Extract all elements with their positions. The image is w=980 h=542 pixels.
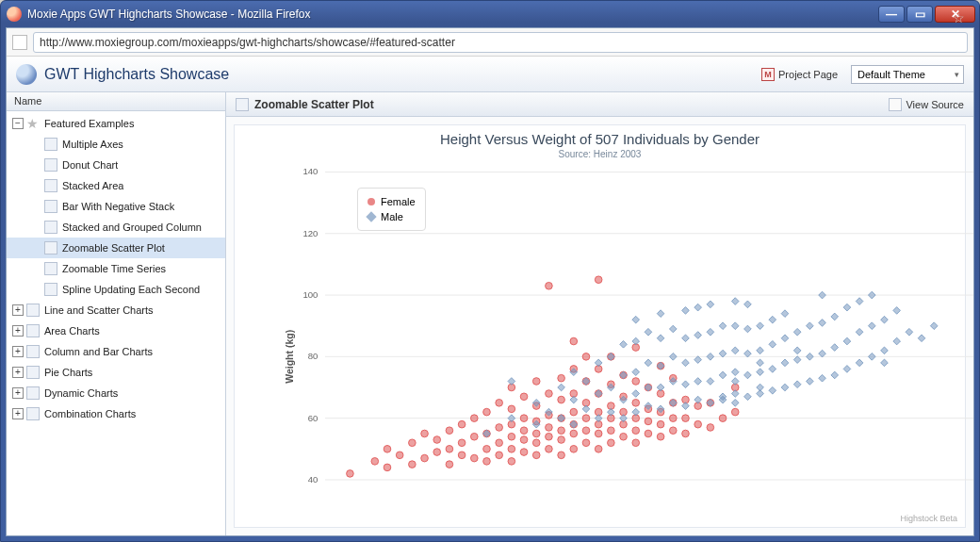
svg-point-79 bbox=[558, 452, 565, 459]
tree-node-area-charts[interactable]: +Area Charts bbox=[7, 320, 225, 341]
window-title: Moxie Apps GWT Highcharts Showcase - Moz… bbox=[27, 8, 878, 21]
svg-point-123 bbox=[645, 418, 652, 425]
tree-node-negative-bar[interactable]: Bar With Negative Stack bbox=[7, 196, 225, 217]
app-title: GWT Highcharts Showcase bbox=[44, 66, 761, 83]
svg-point-56 bbox=[508, 458, 515, 466]
svg-point-29 bbox=[371, 458, 379, 466]
svg-text:40: 40 bbox=[308, 474, 318, 485]
svg-point-36 bbox=[421, 430, 429, 437]
expand-icon[interactable]: + bbox=[12, 387, 24, 399]
tree-node-spline-updating[interactable]: Spline Updating Each Second bbox=[7, 279, 225, 300]
svg-point-117 bbox=[632, 427, 640, 435]
window-titlebar[interactable]: Moxie Apps GWT Highcharts Showcase - Moz… bbox=[1, 1, 979, 27]
browser-client: ☆ GWT Highcharts Showcase M Project Page… bbox=[6, 27, 974, 536]
tree-node-multiple-axes[interactable]: Multiple Axes bbox=[7, 134, 225, 155]
project-page-icon: M bbox=[761, 68, 775, 81]
svg-point-119 bbox=[632, 400, 640, 407]
svg-point-35 bbox=[421, 454, 429, 462]
expand-icon[interactable]: + bbox=[12, 346, 24, 357]
minimize-button[interactable]: — bbox=[878, 6, 905, 23]
svg-point-138 bbox=[694, 420, 702, 428]
svg-point-86 bbox=[570, 430, 578, 437]
tree-node-zoomable-time[interactable]: Zoomable Time Series bbox=[7, 258, 225, 279]
svg-point-39 bbox=[446, 461, 453, 468]
chart-legend[interactable]: Female Male bbox=[357, 188, 426, 231]
svg-point-34 bbox=[409, 439, 416, 447]
theme-select-value: Default Theme bbox=[858, 69, 925, 80]
bookmark-star-icon[interactable]: ☆ bbox=[953, 10, 965, 25]
legend-item-female[interactable]: Female bbox=[368, 194, 416, 209]
cat-icon bbox=[26, 407, 40, 420]
tree-node-stacked-column[interactable]: Stacked and Grouped Column bbox=[7, 217, 225, 238]
chart-icon bbox=[44, 241, 57, 255]
svg-point-32 bbox=[396, 452, 403, 459]
source-icon bbox=[889, 98, 902, 111]
svg-point-49 bbox=[483, 445, 491, 452]
tree-node-column-bar[interactable]: +Column and Bar Charts bbox=[7, 341, 225, 362]
svg-point-66 bbox=[520, 393, 528, 401]
svg-point-84 bbox=[558, 374, 565, 382]
svg-point-126 bbox=[657, 433, 664, 440]
example-tree[interactable]: − ★ Featured Examples Multiple Axes Donu… bbox=[7, 111, 225, 535]
svg-point-98 bbox=[595, 445, 602, 452]
svg-point-111 bbox=[620, 433, 628, 440]
panel-header: Zoomable Scatter Plot View Source bbox=[226, 92, 973, 117]
chart-title: Height Versus Weight of 507 Individuals … bbox=[235, 131, 965, 147]
theme-select[interactable]: Default Theme ▾ bbox=[851, 65, 964, 84]
svg-point-85 bbox=[570, 445, 578, 452]
svg-point-94 bbox=[582, 415, 590, 422]
tree-node-line-scatter[interactable]: +Line and Scatter Charts bbox=[7, 300, 225, 320]
svg-point-60 bbox=[508, 405, 515, 413]
legend-marker-diamond-icon bbox=[366, 211, 376, 222]
svg-point-131 bbox=[669, 427, 677, 435]
svg-point-92 bbox=[582, 439, 590, 447]
svg-point-120 bbox=[632, 378, 640, 386]
tree-node-combination-charts[interactable]: +Combination Charts bbox=[7, 403, 225, 424]
svg-point-104 bbox=[595, 276, 602, 284]
svg-point-99 bbox=[595, 430, 602, 437]
svg-point-93 bbox=[582, 427, 590, 435]
expand-icon[interactable]: + bbox=[12, 408, 24, 419]
svg-point-38 bbox=[433, 436, 441, 444]
svg-point-74 bbox=[546, 433, 553, 440]
svg-point-140 bbox=[707, 424, 714, 432]
workspace: Name − ★ Featured Examples Multiple Axes… bbox=[7, 92, 973, 535]
tree-node-stacked-area[interactable]: Stacked Area bbox=[7, 175, 225, 196]
svg-text:120: 120 bbox=[302, 228, 318, 238]
url-input[interactable] bbox=[33, 32, 968, 53]
chart-icon bbox=[44, 138, 57, 151]
svg-point-41 bbox=[446, 427, 453, 435]
project-page-link[interactable]: Project Page bbox=[778, 69, 838, 80]
expand-icon[interactable]: + bbox=[12, 304, 24, 316]
legend-marker-circle-icon bbox=[368, 198, 375, 205]
tree-node-zoomable-scatter[interactable]: Zoomable Scatter Plot bbox=[7, 238, 225, 258]
tree-node-donut[interactable]: Donut Chart bbox=[7, 155, 225, 175]
chart-area[interactable]: Height Versus Weight of 507 Individuals … bbox=[234, 124, 966, 528]
collapse-icon[interactable]: − bbox=[12, 118, 24, 129]
star-icon: ★ bbox=[26, 117, 40, 130]
chart-credit[interactable]: Highstock Beta bbox=[900, 514, 957, 523]
sidebar: Name − ★ Featured Examples Multiple Axes… bbox=[7, 92, 226, 535]
tree-node-dynamic-charts[interactable]: +Dynamic Charts bbox=[7, 383, 225, 403]
svg-point-51 bbox=[483, 408, 491, 416]
svg-point-46 bbox=[470, 433, 478, 440]
expand-icon[interactable]: + bbox=[12, 367, 24, 378]
svg-point-80 bbox=[558, 436, 565, 444]
svg-point-91 bbox=[570, 337, 578, 345]
tree-node-featured[interactable]: − ★ Featured Examples bbox=[7, 113, 225, 134]
svg-point-81 bbox=[558, 427, 565, 435]
legend-item-male[interactable]: Male bbox=[368, 209, 416, 224]
page-icon bbox=[12, 35, 27, 50]
svg-point-48 bbox=[483, 458, 491, 466]
view-source-link[interactable]: View Source bbox=[906, 99, 964, 110]
svg-point-143 bbox=[731, 408, 739, 416]
svg-point-65 bbox=[520, 415, 528, 422]
svg-point-78 bbox=[546, 282, 553, 289]
tree-node-pie-charts[interactable]: +Pie Charts bbox=[7, 362, 225, 383]
main-panel: Zoomable Scatter Plot View Source Height… bbox=[226, 92, 973, 535]
expand-icon[interactable]: + bbox=[12, 325, 24, 337]
maximize-button[interactable]: ▭ bbox=[906, 6, 933, 23]
svg-point-122 bbox=[645, 430, 652, 437]
svg-point-44 bbox=[458, 420, 466, 428]
svg-point-68 bbox=[532, 439, 540, 447]
